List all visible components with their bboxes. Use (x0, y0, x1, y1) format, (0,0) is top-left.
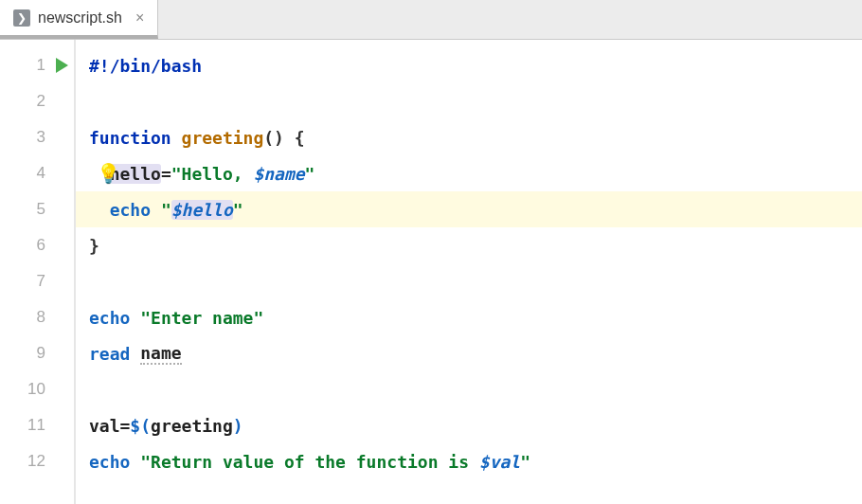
editor: 1 2 3 4 5 6 7 8 9 10 11 12 #!/bin/bash f… (0, 40, 862, 504)
equals: = (120, 416, 131, 436)
file-tab[interactable]: ❯ newscript.sh × (0, 0, 158, 39)
string-open: " (171, 164, 182, 184)
shell-filetype-icon: ❯ (13, 9, 30, 27)
gutter: 1 2 3 4 5 6 7 8 9 10 11 12 (0, 40, 76, 504)
equals: = (161, 164, 171, 184)
string-open: " (161, 200, 171, 220)
line-number: 9 (37, 344, 45, 363)
gutter-line[interactable]: 10 (0, 371, 74, 407)
string-var: $val (479, 452, 520, 472)
line-number: 1 (37, 56, 45, 75)
line-number: 3 (37, 128, 45, 147)
filetype-glyph: ❯ (17, 11, 27, 25)
code-line[interactable] (76, 263, 862, 299)
line-number: 10 (27, 380, 45, 399)
gutter-line[interactable]: 6 (0, 227, 74, 263)
run-icon[interactable] (56, 58, 68, 73)
cmd-subst-open: $( (130, 416, 151, 436)
code-line[interactable]: #!/bin/bash (76, 47, 862, 83)
code-line[interactable] (76, 371, 862, 407)
parens: () (263, 128, 284, 148)
arg-name: name (140, 343, 181, 365)
close-icon[interactable]: × (135, 10, 144, 26)
string-open: " (140, 452, 151, 472)
string-close: " (305, 164, 315, 184)
code-line[interactable]: function greeting() { (76, 119, 862, 155)
shebang: #!/bin/bash (89, 56, 202, 76)
gutter-line[interactable]: 5 (0, 191, 74, 227)
tab-filename: newscript.sh (38, 9, 122, 27)
line-number: 7 (37, 272, 45, 291)
builtin-echo: echo (110, 200, 151, 220)
string-var-highlighted: $hello (171, 200, 233, 220)
gutter-line[interactable]: 3 (0, 119, 74, 155)
code-line-current[interactable]: echo "$hello" (76, 191, 862, 227)
brace-open: { (284, 128, 305, 148)
cmd-subst-close: ) (233, 416, 243, 436)
line-number: 4 (37, 164, 45, 183)
tab-bar: ❯ newscript.sh × (0, 0, 862, 40)
line-number: 12 (27, 452, 45, 471)
line-number: 11 (27, 416, 45, 435)
gutter-line[interactable]: 11 (0, 407, 74, 443)
builtin-read: read (89, 344, 130, 364)
string-body: Return value of the function is (151, 452, 479, 472)
code-line[interactable]: 💡 hello="Hello, $name" (76, 155, 862, 191)
string-literal: "Enter name" (140, 308, 263, 328)
line-number: 2 (37, 92, 45, 111)
gutter-line[interactable]: 12 (0, 443, 74, 479)
code-line[interactable]: } (76, 227, 862, 263)
gutter-line[interactable]: 9 (0, 335, 74, 371)
code-line[interactable]: echo "Enter name" (76, 299, 862, 335)
call-name: greeting (151, 416, 233, 436)
keyword-function: function (89, 128, 171, 148)
code-line[interactable] (76, 83, 862, 119)
string-var: $name (253, 164, 304, 184)
code-line[interactable]: echo "Return value of the function is $v… (76, 443, 862, 479)
builtin-echo: echo (89, 452, 130, 472)
gutter-line[interactable]: 2 (0, 83, 74, 119)
string-close: " (520, 452, 530, 472)
string-body: Hello, (182, 164, 254, 184)
var-name: val (89, 416, 120, 436)
intention-bulb-icon[interactable]: 💡 (97, 162, 120, 185)
string-close: " (233, 200, 243, 220)
line-number: 5 (37, 200, 45, 219)
gutter-line[interactable]: 1 (0, 47, 74, 83)
builtin-echo: echo (89, 308, 130, 328)
code-line[interactable]: read name (76, 335, 862, 371)
code-line[interactable]: val=$(greeting) (76, 407, 862, 443)
line-number: 8 (37, 308, 45, 327)
function-name: greeting (182, 128, 264, 148)
gutter-line[interactable]: 4 (0, 155, 74, 191)
line-number: 6 (37, 236, 45, 255)
gutter-line[interactable]: 8 (0, 299, 74, 335)
code-area[interactable]: #!/bin/bash function greeting() { 💡 hell… (76, 40, 862, 504)
gutter-line[interactable]: 7 (0, 263, 74, 299)
brace-close: } (89, 236, 99, 256)
